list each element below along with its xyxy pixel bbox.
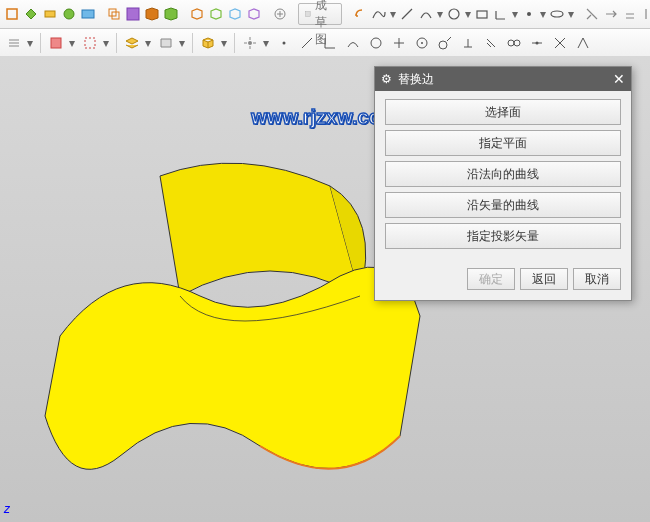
select-icon[interactable]: [46, 33, 66, 53]
tool-icon-2[interactable]: [23, 4, 39, 24]
svg-rect-14: [85, 38, 95, 48]
svg-point-11: [527, 12, 531, 16]
parallel-icon[interactable]: [481, 33, 501, 53]
cube-icon[interactable]: [198, 33, 218, 53]
replace-edge-dialog: ⚙ 替换边 ✕ 选择面 指定平面 沿法向的曲线 沿矢量的曲线 指定投影矢量 确定…: [374, 66, 632, 301]
option-curve-along-normal[interactable]: 沿法向的曲线: [385, 161, 621, 187]
curve2-icon[interactable]: [343, 33, 363, 53]
tool-icon-5[interactable]: [80, 4, 96, 24]
layer-icon[interactable]: [122, 33, 142, 53]
dialog-title-text: 替换边: [398, 71, 434, 88]
target-icon[interactable]: [412, 33, 432, 53]
dropdown-icon[interactable]: ▾: [103, 36, 111, 50]
cancel-button[interactable]: 取消: [573, 268, 621, 290]
tool-icon-8[interactable]: [144, 4, 160, 24]
toolbar-top: 完成草图 ▾ ▾ ▾ ▾ ▾ ▾: [0, 0, 650, 29]
tangent-icon[interactable]: [435, 33, 455, 53]
line2-icon[interactable]: [297, 33, 317, 53]
dropdown-icon[interactable]: ▾: [179, 36, 187, 50]
option-specify-plane[interactable]: 指定平面: [385, 130, 621, 156]
toolbar-second: ▾ ▾ ▾ ▾ ▾ ▾ ▾: [0, 29, 650, 58]
tool-icon-3[interactable]: [42, 4, 58, 24]
svg-point-22: [514, 40, 520, 46]
tool-icon-7[interactable]: [125, 4, 141, 24]
dropdown-icon[interactable]: ▾: [263, 36, 271, 50]
svg-point-23: [536, 42, 539, 45]
dropdown-icon[interactable]: ▾: [568, 7, 574, 21]
extend-icon[interactable]: [603, 4, 619, 24]
svg-point-9: [449, 9, 459, 19]
ellipse-icon[interactable]: [549, 4, 565, 24]
close-icon[interactable]: ✕: [613, 71, 625, 87]
tool-icon-13[interactable]: [246, 4, 262, 24]
svg-point-2: [64, 9, 74, 19]
dialog-actions: 确定 返回 取消: [375, 262, 631, 300]
offset-icon[interactable]: [622, 4, 638, 24]
undo-icon[interactable]: [352, 4, 368, 24]
angle-icon[interactable]: [493, 4, 509, 24]
dropdown-icon[interactable]: ▾: [69, 36, 77, 50]
svg-rect-13: [51, 38, 61, 48]
option-curve-along-vector[interactable]: 沿矢量的曲线: [385, 192, 621, 218]
separator: [234, 33, 235, 53]
dropdown-icon[interactable]: ▾: [145, 36, 153, 50]
box-select-icon[interactable]: [80, 33, 100, 53]
angle2-icon[interactable]: [320, 33, 340, 53]
tool-icon-14[interactable]: [272, 4, 288, 24]
svg-rect-6: [127, 8, 139, 20]
option-select-face[interactable]: 选择面: [385, 99, 621, 125]
dropdown-icon[interactable]: ▾: [465, 7, 471, 21]
dropdown-icon[interactable]: ▾: [221, 36, 229, 50]
tool-icon-12[interactable]: [227, 4, 243, 24]
svg-rect-8: [306, 12, 310, 16]
dialog-body: 选择面 指定平面 沿法向的曲线 沿矢量的曲线 指定投影矢量: [375, 91, 631, 262]
dialog-titlebar[interactable]: ⚙ 替换边 ✕: [375, 67, 631, 91]
tool-icon-11[interactable]: [208, 4, 224, 24]
separator: [192, 33, 193, 53]
trim-icon[interactable]: [584, 4, 600, 24]
tool-icon-1[interactable]: [4, 4, 20, 24]
tool-icon-9[interactable]: [163, 4, 179, 24]
dropdown-icon[interactable]: ▾: [512, 7, 518, 21]
circle-icon[interactable]: [446, 4, 462, 24]
tool-icon-10[interactable]: [189, 4, 205, 24]
dropdown-icon[interactable]: ▾: [437, 7, 443, 21]
dropdown-icon[interactable]: ▾: [540, 7, 546, 21]
sheet-icon[interactable]: [156, 33, 176, 53]
gear-icon: ⚙: [381, 72, 392, 86]
spline-icon[interactable]: [371, 4, 387, 24]
line-icon[interactable]: [399, 4, 415, 24]
svg-rect-1: [45, 11, 55, 17]
option-specify-projection-vector[interactable]: 指定投影矢量: [385, 223, 621, 249]
rect-icon[interactable]: [474, 4, 490, 24]
back-button[interactable]: 返回: [520, 268, 568, 290]
tool-icon-4[interactable]: [61, 4, 77, 24]
menu-icon[interactable]: [4, 33, 24, 53]
intersect-icon[interactable]: [550, 33, 570, 53]
sketch-icon: [305, 7, 311, 21]
dropdown-icon[interactable]: ▾: [27, 36, 35, 50]
finish-sketch-button: 完成草图: [298, 3, 342, 25]
plus-icon[interactable]: [389, 33, 409, 53]
ok-button: 确定: [467, 268, 515, 290]
snap-icon[interactable]: [240, 33, 260, 53]
vertex-icon[interactable]: [573, 33, 593, 53]
svg-rect-10: [477, 11, 487, 18]
arc-icon[interactable]: [418, 4, 434, 24]
svg-rect-0: [7, 9, 17, 19]
svg-point-12: [551, 11, 563, 17]
point-icon[interactable]: [521, 4, 537, 24]
svg-point-17: [371, 38, 381, 48]
svg-point-15: [248, 41, 252, 45]
svg-rect-3: [82, 10, 94, 18]
perp-icon[interactable]: [458, 33, 478, 53]
circle2-icon[interactable]: [366, 33, 386, 53]
dropdown-icon[interactable]: ▾: [390, 7, 396, 21]
dot-icon[interactable]: [274, 33, 294, 53]
midpoint-icon[interactable]: [527, 33, 547, 53]
tool-icon-6[interactable]: [106, 4, 122, 24]
separator: [40, 33, 41, 53]
constraint-icon[interactable]: [641, 4, 650, 24]
coinc-icon[interactable]: [504, 33, 524, 53]
svg-point-16: [283, 42, 286, 45]
